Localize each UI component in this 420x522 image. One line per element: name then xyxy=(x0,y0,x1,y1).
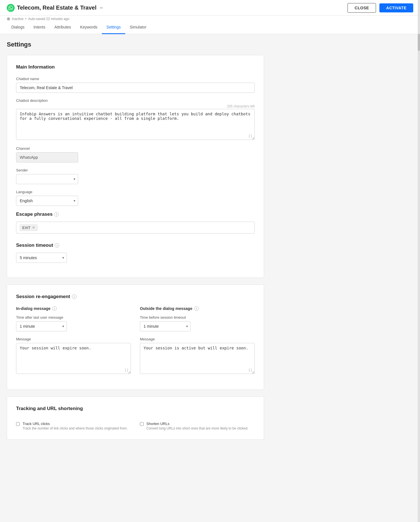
track-url-desc: Track the number of link clicks and wher… xyxy=(23,426,127,430)
outside-dialog-column: Outside the dialog message i Time before… xyxy=(140,306,255,380)
in-dialog-textarea-wrapper: { } xyxy=(16,343,131,375)
tracking-card: Tracking and URL shortening Track URL cl… xyxy=(7,397,264,440)
page-title: Telecom, Real Estate & Travel xyxy=(17,5,96,11)
escape-input-area[interactable]: EXIT ✕ xyxy=(16,222,255,234)
activate-button[interactable]: ACTIVATE xyxy=(379,3,413,12)
session-timeout-title: Session timeout xyxy=(16,243,53,248)
chars-left: 335 characters left xyxy=(16,104,255,108)
track-url-row: Track URL clicks Track the number of lin… xyxy=(16,422,131,430)
status-bar: Inactive • Auto-saved 22 minutes ago xyxy=(0,16,420,21)
sender-group: Sender ▾ xyxy=(16,168,255,184)
language-select[interactable]: English Spanish French xyxy=(16,196,78,206)
reengagement-header: Session re-engagement i xyxy=(16,294,255,299)
outside-dialog-braces-icon[interactable]: { } xyxy=(249,368,252,372)
outside-dialog-message-label: Message xyxy=(140,337,255,341)
main-information-title: Main Information xyxy=(16,64,255,70)
chatbot-name-input[interactable] xyxy=(16,83,255,93)
tab-dialogs[interactable]: Dialogs xyxy=(7,21,29,34)
channel-label: Channel xyxy=(16,146,255,151)
sender-select[interactable] xyxy=(16,174,78,184)
tab-attributes[interactable]: Attributes xyxy=(50,21,76,34)
close-button[interactable]: CLOSE xyxy=(348,3,376,13)
track-url-text: Track URL clicks Track the number of lin… xyxy=(23,422,127,430)
tab-intents[interactable]: Intents xyxy=(29,21,50,34)
time-after-group: Time after last user message 1 minute 2 … xyxy=(16,315,131,331)
shorten-url-text: Shorten URLs Convert long URLs into shor… xyxy=(146,422,249,430)
reengagement-title: Session re-engagement xyxy=(16,294,70,299)
outside-dialog-info-icon[interactable]: i xyxy=(194,306,199,311)
exit-tag: EXIT ✕ xyxy=(20,224,38,231)
chatbot-description-textarea[interactable] xyxy=(16,109,255,140)
session-timeout-select-wrapper: 1 minute 2 minutes 5 minutes 10 minutes … xyxy=(16,253,67,263)
track-url-label: Track URL clicks xyxy=(23,422,127,426)
escape-phrases-title: Escape phrases i xyxy=(16,212,255,217)
outside-dialog-message-textarea[interactable] xyxy=(140,343,255,374)
header-right: CLOSE ACTIVATE xyxy=(348,3,413,13)
autosave-text: Auto-saved 22 minutes ago xyxy=(28,17,69,21)
sender-select-wrapper: ▾ xyxy=(16,174,78,184)
in-dialog-message-textarea[interactable] xyxy=(16,343,131,374)
escape-info-icon[interactable]: i xyxy=(54,212,59,217)
chatbot-name-label: Chatbot name xyxy=(16,77,255,81)
reengagement-columns: In-dialog message i Time after last user… xyxy=(16,306,255,380)
track-url-column: Track URL clicks Track the number of lin… xyxy=(16,418,131,430)
template-braces-icon[interactable]: { } xyxy=(249,134,252,138)
time-after-select[interactable]: 1 minute 2 minutes 5 minutes xyxy=(16,321,67,331)
chatbot-description-label: Chatbot description xyxy=(16,98,255,103)
exit-tag-remove[interactable]: ✕ xyxy=(32,226,35,230)
track-url-checkbox[interactable] xyxy=(16,422,20,426)
settings-title: Settings xyxy=(7,41,264,48)
channel-group: Channel xyxy=(16,146,255,162)
time-before-label: Time before session timeout xyxy=(140,315,255,320)
status-text: Inactive xyxy=(12,17,23,21)
description-wrapper: { } xyxy=(16,109,255,141)
session-timeout-select[interactable]: 1 minute 2 minutes 5 minutes 10 minutes … xyxy=(16,253,67,263)
exit-tag-label: EXIT xyxy=(22,226,30,230)
session-timeout-group: Session timeout i 1 minute 2 minutes 5 m… xyxy=(16,243,255,263)
main-content: Settings Main Information Chatbot name C… xyxy=(0,34,271,453)
tab-simulator[interactable]: Simulator xyxy=(125,21,151,34)
outside-dialog-label: Outside the dialog message xyxy=(140,306,192,311)
in-dialog-label: In-dialog message xyxy=(16,306,50,311)
in-dialog-braces-icon[interactable]: { } xyxy=(125,368,128,372)
shorten-url-label: Shorten URLs xyxy=(146,422,249,426)
escape-phrases-label: Escape phrases xyxy=(16,212,52,217)
sender-label: Sender xyxy=(16,168,255,172)
header: Telecom, Real Estate & Travel ✏ CLOSE AC… xyxy=(0,0,420,16)
time-before-group: Time before session timeout 1 minute 2 m… xyxy=(140,315,255,331)
scrollbar-thumb[interactable] xyxy=(418,34,420,51)
chatbot-name-group: Chatbot name xyxy=(16,77,255,93)
in-dialog-message-group: Message { } xyxy=(16,337,131,375)
edit-icon[interactable]: ✏ xyxy=(100,6,103,10)
session-timeout-header: Session timeout i xyxy=(16,243,255,248)
outside-dialog-message-group: Message { } xyxy=(140,337,255,375)
in-dialog-header: In-dialog message i xyxy=(16,306,131,311)
channel-input xyxy=(16,152,78,162)
tracking-columns: Track URL clicks Track the number of lin… xyxy=(16,418,255,430)
escape-input-wrapper: EXIT ✕ xyxy=(16,222,255,234)
reengagement-info-icon[interactable]: i xyxy=(72,294,76,299)
shorten-url-column: Shorten URLs Convert long URLs into shor… xyxy=(140,418,255,430)
time-before-select-wrapper: 1 minute 2 minutes 5 minutes ▾ xyxy=(140,321,191,331)
language-group: Language English Spanish French ▾ xyxy=(16,190,255,206)
header-left: Telecom, Real Estate & Travel ✏ xyxy=(7,4,103,12)
nav-tabs: Dialogs Intents Attributes Keywords Sett… xyxy=(0,21,420,34)
tracking-title: Tracking and URL shortening xyxy=(16,406,255,411)
shorten-url-row: Shorten URLs Convert long URLs into shor… xyxy=(140,422,255,430)
outside-dialog-textarea-wrapper: { } xyxy=(140,343,255,375)
whatsapp-icon xyxy=(7,4,15,12)
shorten-url-desc: Convert long URLs into short ones that a… xyxy=(146,426,249,430)
in-dialog-info-icon[interactable]: i xyxy=(52,306,57,311)
in-dialog-message-label: Message xyxy=(16,337,131,341)
outside-dialog-header: Outside the dialog message i xyxy=(140,306,255,311)
session-timeout-info-icon[interactable]: i xyxy=(55,243,59,248)
tab-keywords[interactable]: Keywords xyxy=(76,21,102,34)
scrollbar[interactable] xyxy=(418,0,420,453)
tab-settings[interactable]: Settings xyxy=(102,21,125,34)
shorten-url-checkbox[interactable] xyxy=(140,422,144,426)
time-before-select[interactable]: 1 minute 2 minutes 5 minutes xyxy=(140,321,191,331)
status-dot xyxy=(7,17,10,21)
main-information-card: Main Information Chatbot name Chatbot de… xyxy=(7,55,264,278)
in-dialog-column: In-dialog message i Time after last user… xyxy=(16,306,131,380)
time-after-label: Time after last user message xyxy=(16,315,131,320)
